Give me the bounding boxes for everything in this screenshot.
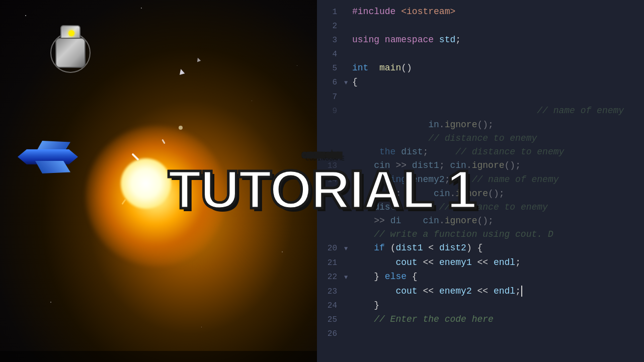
code-line-16: dist2 // distance to enemy: [317, 201, 644, 214]
code-line-19: // write a function using cout. D: [317, 228, 644, 241]
line-number-7: 7: [321, 90, 337, 104]
line-number-24: 24: [321, 299, 337, 313]
debris-5: [179, 126, 183, 130]
main-container: ▲ ▲ 1 #include <iostream> 2: [0, 0, 644, 362]
line-number-22: 22: [321, 270, 337, 284]
line-number-23: 23: [321, 285, 337, 299]
line-number-13: 13: [321, 159, 337, 173]
line-content-10: in.ignore();: [352, 118, 640, 132]
line-content-13: cin >> dist1; cin.ignore();: [352, 159, 640, 172]
code-line-12: the dist; // distance to enemy: [317, 145, 644, 159]
line-number-1: 1: [321, 6, 337, 19]
line-content-5: int main(): [352, 61, 640, 75]
blue-spaceship: [15, 141, 80, 173]
code-line-3: 3 using namespace std;: [317, 33, 644, 47]
code-line-23: 23 cout << enemy2 << endl;: [317, 285, 644, 299]
explosion-core: [121, 158, 171, 209]
fold-20: ▼: [344, 242, 350, 256]
code-line-2: 2: [317, 19, 644, 33]
line-content-17: >> di cin.ignore();: [352, 214, 640, 228]
code-line-25: 25 // Enter the code here: [317, 313, 644, 327]
line-content-14: string enemy2; // name of enemy: [352, 173, 640, 187]
faded-code-block: 9 // name of enemy in.ignore();: [317, 104, 644, 228]
line-content-24: }: [352, 299, 640, 312]
line-content-2: [352, 19, 640, 33]
code-line-22: 22 ▼ } else {: [317, 270, 644, 285]
line-content-23: cout << enemy2 << endl;: [352, 285, 640, 298]
code-editor-panel: 1 #include <iostream> 2 3 using namespac…: [317, 0, 644, 362]
code-line-17: >> di cin.ignore();: [317, 214, 644, 228]
line-number-6: 6: [321, 76, 337, 89]
code-line-13: 13 cin >> dist1; cin.ignore();: [317, 159, 644, 173]
code-line-21: 21 cout << enemy1 << endl;: [317, 256, 644, 270]
line-content-22: } else {: [352, 270, 640, 284]
robot-ship: [48, 28, 93, 73]
line-content-21: cout << enemy1 << endl;: [352, 256, 640, 269]
line-content-19: // write a function using cout. D: [352, 228, 640, 241]
line-content-11: // distance to enemy: [352, 132, 640, 145]
code-line-14: 14 string enemy2; // name of enemy: [317, 173, 644, 187]
code-line-4: 4: [317, 47, 644, 61]
line-number-20: 20: [321, 242, 337, 255]
bottom-bar: [0, 351, 317, 362]
line-number-5: 5: [321, 62, 337, 75]
line-content-25: // Enter the code here: [352, 313, 640, 326]
fold-6: ▼: [344, 76, 350, 90]
code-editor: 1 #include <iostream> 2 3 using namespac…: [317, 0, 644, 362]
line-number-26: 26: [321, 327, 337, 341]
line-number-14: 14: [321, 173, 337, 187]
line-number-4: 4: [321, 48, 337, 61]
code-line-24: 24 }: [317, 299, 644, 313]
line-number-2: 2: [321, 20, 337, 33]
line-content-9: // name of enemy: [352, 104, 640, 118]
code-line-5: 5 int main(): [317, 61, 644, 75]
line-content-6: {: [352, 75, 640, 89]
game-panel: ▲ ▲: [0, 0, 317, 362]
code-line-15: >> e; cin.ignore();: [317, 187, 644, 201]
line-content-20: if (dist1 < dist2) {: [352, 241, 640, 255]
line-content-26: [352, 327, 640, 340]
line-number-3: 3: [321, 34, 337, 47]
code-line-20: 20 ▼ if (dist1 < dist2) {: [317, 241, 644, 256]
line-content-4: [352, 47, 640, 61]
line-content-7: [352, 90, 640, 104]
code-line-26: 26: [317, 327, 644, 341]
line-number-9: 9: [321, 105, 337, 118]
code-line-10: in.ignore();: [317, 118, 644, 132]
line-content-16: dist2 // distance to enemy: [352, 201, 640, 214]
code-line-9: 9 // name of enemy: [317, 104, 644, 118]
code-line-6: 6 ▼ {: [317, 75, 644, 90]
line-content-3: using namespace std;: [352, 33, 640, 47]
code-line-7: 7: [317, 90, 644, 104]
line-number-21: 21: [321, 256, 337, 270]
line-content-12: the dist; // distance to enemy: [352, 145, 640, 159]
line-content-1: #include <iostream>: [352, 5, 640, 19]
line-number-25: 25: [321, 313, 337, 327]
fold-22: ▼: [344, 271, 350, 285]
line-content-15: >> e; cin.ignore();: [352, 187, 640, 201]
code-line-1: 1 #include <iostream>: [317, 5, 644, 19]
code-line-11: // distance to enemy: [317, 132, 644, 145]
